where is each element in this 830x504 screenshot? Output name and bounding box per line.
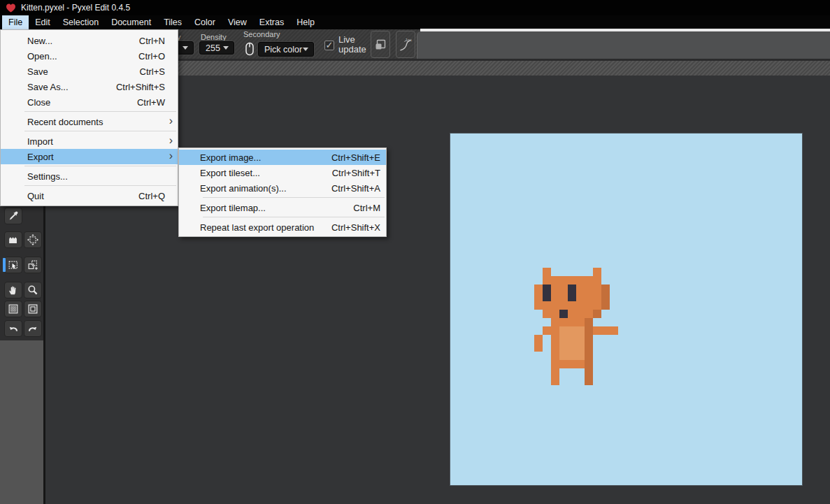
submenu-arrow-icon: ›	[169, 150, 173, 162]
frame-tool-button[interactable]	[24, 301, 42, 317]
menubar-item-tiles[interactable]: Tiles	[157, 15, 188, 29]
menubar-item-document[interactable]: Document	[105, 15, 157, 29]
kitten-pixel	[585, 310, 593, 318]
pixel-perfect-button[interactable]: 1px	[396, 31, 415, 58]
kitten-pixel	[543, 301, 551, 310]
kitten-pixel	[593, 285, 601, 293]
menu-item-save[interactable]: SaveCtrl+S	[1, 64, 178, 79]
file-menu: New...Ctrl+NOpen...Ctrl+OSaveCtrl+SSave …	[0, 29, 178, 206]
menu-item-label: Repeat last export operation	[200, 222, 315, 233]
kitten-pixel	[559, 301, 568, 310]
menu-item-export[interactable]: Export›	[1, 149, 178, 164]
menu-item-save-as[interactable]: Save As...Ctrl+Shift+S	[1, 79, 178, 94]
kitten-pixel	[576, 343, 585, 352]
menubar-item-extras[interactable]: Extras	[253, 15, 290, 29]
tile-stamp-tool-button[interactable]	[4, 231, 22, 248]
dither-fill-icon	[7, 303, 20, 315]
tile-transform-tool-button[interactable]	[24, 257, 42, 273]
menubar-item-view[interactable]: View	[222, 15, 253, 29]
kitten-pixel	[568, 293, 576, 301]
tile-select-icon	[27, 233, 39, 246]
eyedropper-tool-button[interactable]	[4, 208, 22, 224]
menubar-item-selection[interactable]: Selection	[57, 15, 105, 29]
menu-item-export-image[interactable]: Export image...Ctrl+Shift+E	[179, 150, 386, 165]
chevron-down-icon	[303, 48, 308, 51]
frame-preview-button[interactable]	[371, 31, 390, 58]
kitten-pixel	[585, 368, 593, 377]
menubar-item-color[interactable]: Color	[188, 15, 222, 29]
kitten-pixel	[585, 335, 593, 343]
menu-item-export-tilemap[interactable]: Export tilemap...Ctrl+M	[179, 200, 386, 215]
menu-item-shortcut: Ctrl+Shift+E	[331, 152, 380, 163]
menu-separator	[24, 111, 176, 112]
menubar-item-edit[interactable]: Edit	[29, 15, 57, 29]
kitten-pixel	[568, 352, 576, 360]
kitten-pixel	[585, 285, 593, 293]
kitten-pixel	[576, 310, 585, 318]
menu-item-close[interactable]: CloseCtrl+W	[1, 94, 178, 110]
kitten-pixel	[559, 310, 568, 318]
menu-item-export-animation-s[interactable]: Export animation(s)...Ctrl+Shift+A	[179, 180, 386, 196]
zoom-tool-button[interactable]	[24, 282, 42, 298]
tile-stamp-icon	[7, 233, 20, 246]
secondary-label: Secondary	[243, 30, 280, 38]
undo-button[interactable]	[4, 320, 22, 337]
hand-icon	[7, 284, 20, 296]
kitten-pixel	[601, 326, 610, 335]
kitten-pixel	[568, 343, 576, 352]
kitten-pixel	[593, 301, 601, 310]
kitten-pixel	[559, 276, 568, 285]
kitten-pixel	[559, 326, 568, 335]
kitten-pixel	[559, 335, 568, 343]
menu-item-label: Settings...	[27, 171, 165, 182]
menu-item-quit[interactable]: QuitCtrl+Q	[1, 188, 178, 203]
hand-tool-button[interactable]	[4, 282, 22, 298]
density-dropdown[interactable]: 255	[199, 41, 234, 55]
menu-item-open[interactable]: Open...Ctrl+O	[1, 48, 178, 64]
kitten-pixel	[559, 360, 568, 368]
kitten-pixel	[559, 343, 568, 352]
menu-item-label: New...	[27, 36, 122, 46]
dither-fill-tool-button[interactable]	[4, 301, 22, 317]
menu-item-export-tileset[interactable]: Export tileset...Ctrl+Shift+T	[179, 165, 386, 180]
tile-transform-icon	[27, 259, 39, 271]
kitten-pixel	[559, 285, 568, 293]
menu-item-label: Open...	[27, 51, 122, 62]
kitten-pixel	[576, 360, 585, 368]
kitten-pixel	[576, 352, 585, 360]
kitten-pixel	[576, 293, 585, 301]
pyxel-edit-window: Kitten.pyxel - Pyxel Edit 0.4.5 FileEdit…	[0, 0, 830, 504]
menu-item-settings[interactable]: Settings...	[1, 168, 178, 184]
kitten-pixel	[585, 352, 593, 360]
tile-select-tool-button[interactable]	[24, 231, 42, 248]
redo-button[interactable]	[24, 320, 42, 337]
menu-item-import[interactable]: Import›	[1, 134, 178, 149]
live-update-label: Live update	[338, 35, 366, 55]
menu-item-label: Save	[27, 66, 123, 77]
toolbar-right-panel	[417, 31, 830, 59]
secondary-mode-dropdown[interactable]: Pick color	[258, 42, 314, 57]
menu-bar: FileEditSelectionDocumentTilesColorViewE…	[0, 15, 830, 29]
menu-item-shortcut: Ctrl+Shift+A	[331, 183, 380, 194]
menubar-item-help[interactable]: Help	[290, 15, 321, 29]
menu-item-recent-documents[interactable]: Recent documents›	[1, 114, 178, 129]
drawing-canvas[interactable]	[450, 134, 802, 485]
menubar-item-file[interactable]: File	[2, 15, 29, 29]
selection-tool-button[interactable]	[4, 257, 22, 273]
menu-item-shortcut: Ctrl+N	[139, 36, 165, 46]
frame-preview-icon	[373, 38, 387, 52]
kitten-pixel	[585, 301, 593, 310]
kitten-pixel	[585, 377, 593, 385]
title-bar: Kitten.pyxel - Pyxel Edit 0.4.5	[0, 0, 830, 15]
live-update-checkbox[interactable]: ✓	[324, 41, 334, 50]
kitten-pixel	[568, 310, 576, 318]
kitten-pixel	[551, 318, 559, 326]
kitten-pixel	[601, 285, 610, 293]
chevron-down-icon	[183, 46, 188, 50]
menu-item-repeat-last-export-operation[interactable]: Repeat last export operationCtrl+Shift+X	[179, 219, 386, 235]
export-submenu: Export image...Ctrl+Shift+EExport tilese…	[178, 147, 387, 237]
menu-item-shortcut: Ctrl+Shift+S	[116, 82, 165, 92]
menu-item-new[interactable]: New...Ctrl+N	[1, 33, 178, 48]
menu-item-shortcut: Ctrl+Shift+X	[331, 222, 380, 233]
menu-item-label: Export	[27, 152, 165, 162]
